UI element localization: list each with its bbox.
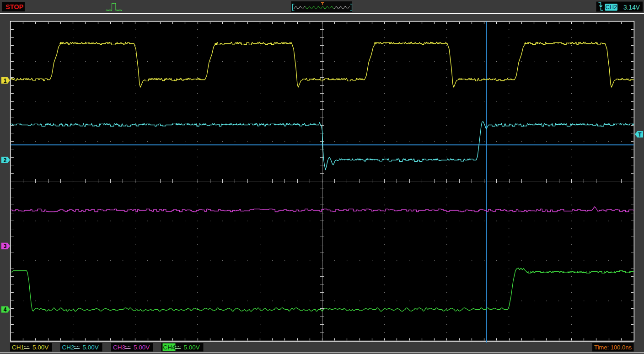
svg-text:2: 2 [4, 157, 7, 164]
svg-text:1: 1 [4, 78, 7, 84]
svg-text:5.00V: 5.00V [32, 344, 48, 351]
svg-text:5.00V: 5.00V [83, 344, 99, 351]
svg-text:CH3: CH3 [113, 344, 125, 351]
svg-text:Time: 100.0ns: Time: 100.0ns [594, 344, 632, 351]
svg-text:5.00V: 5.00V [184, 344, 200, 351]
svg-text:CH2: CH2 [62, 344, 75, 351]
svg-text:CH1: CH1 [12, 344, 24, 351]
svg-text:CH4: CH4 [163, 344, 176, 351]
svg-text:CH2: CH2 [605, 4, 617, 11]
svg-text:T: T [638, 132, 642, 138]
svg-text:3: 3 [4, 243, 7, 249]
svg-text:STOP: STOP [5, 3, 24, 11]
svg-text:3.14V: 3.14V [623, 4, 640, 11]
svg-text:4: 4 [4, 306, 7, 313]
svg-text:5.00V: 5.00V [134, 344, 150, 351]
